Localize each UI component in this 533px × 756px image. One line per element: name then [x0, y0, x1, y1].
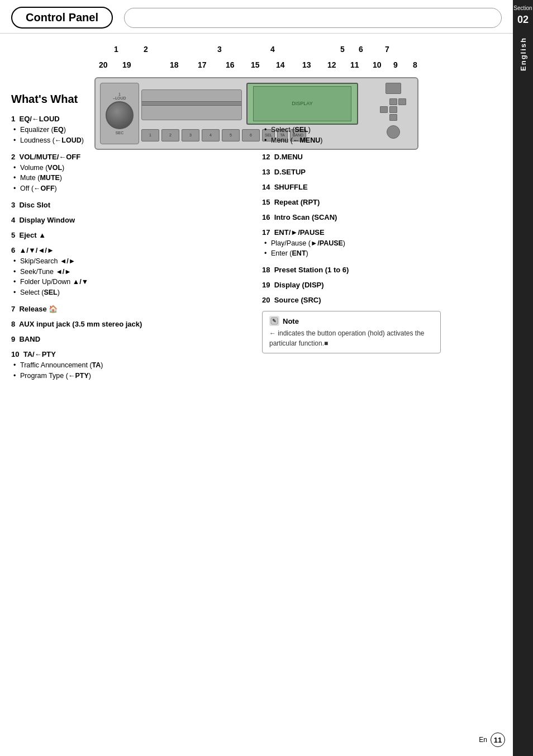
item-5-header: 5 Eject ▲	[11, 231, 245, 239]
item-16: 16 Intro Scan (SCAN)	[262, 213, 502, 221]
note-icon: ✎	[269, 316, 279, 326]
nav-up	[389, 98, 397, 105]
item-17-sub-1: Play/Pause (►/PAUSE)	[271, 238, 502, 249]
left-column: 1 EQ/←LOUD Equalizer (EQ) Loudness (←LOU…	[11, 115, 256, 388]
item-16-header: 16 Intro Scan (SCAN)	[262, 213, 502, 221]
item-1-sub-1: Equalizer (EQ)	[20, 125, 245, 135]
diag-num-17: 17	[198, 60, 207, 69]
item-2-sub-3: Off (←OFF)	[20, 183, 245, 194]
nav-center	[380, 106, 388, 113]
item-7-header: 7 Release 🏠	[11, 305, 245, 313]
item-6-sub-4: Select (SEL)	[20, 287, 245, 298]
section-label: Section	[513, 0, 532, 12]
diag-num-1: 1	[114, 45, 118, 54]
diag-num-14: 14	[276, 60, 285, 69]
diagram-area: 1 2 3 4 5 6 7 1–LOUD SEC	[0, 34, 513, 82]
footer: En 11	[479, 733, 505, 747]
header: Control Panel	[0, 0, 513, 34]
item-7: 7 Release 🏠	[11, 305, 245, 313]
item-2: 2 VOL/MUTE/←OFF Volume (VOL) Mute (MUTE)…	[11, 153, 245, 194]
right-sidebar: Section 02 English	[513, 0, 533, 756]
item-5: 5 Eject ▲	[11, 231, 245, 239]
diag-num-6: 6	[359, 45, 363, 54]
item-17-subs: Play/Pause (►/PAUSE) Enter (ENT)	[262, 238, 502, 259]
diag-num-8: 8	[413, 60, 417, 69]
item-10: 10 TA/←PTY Traffic Announcement (TA) Pro…	[11, 350, 245, 381]
item-10-header: 10 TA/←PTY	[11, 350, 245, 358]
nav-left	[398, 98, 406, 105]
page-title: Control Panel	[11, 7, 113, 29]
eject-button	[386, 83, 401, 94]
item-17-sub-2: Enter (ENT)	[271, 248, 502, 259]
item-13-header: 13 D.SETUP	[262, 168, 502, 176]
item-2-sub-2: Mute (MUTE)	[20, 173, 245, 183]
language-label: English	[519, 37, 527, 71]
item-11-sub-2: Menu (←MENU)	[271, 135, 502, 146]
item-19: 19 Display (DISP)	[262, 281, 502, 289]
nav-right	[389, 106, 397, 113]
item-15: 15 Repeat (RPT)	[262, 198, 502, 206]
item-15-header: 15 Repeat (RPT)	[262, 198, 502, 206]
item-1-subs: Equalizer (EQ) Loudness (←LOUD)	[11, 125, 245, 146]
item-18-header: 18 Preset Station (1 to 6)	[262, 266, 502, 274]
footer-page-number: 11	[491, 733, 505, 747]
diag-num-7: 7	[385, 45, 389, 54]
display-window: DISPLAY	[246, 83, 358, 125]
note-box: ✎ Note ← indicates the button operation …	[262, 311, 441, 353]
item-18: 18 Preset Station (1 to 6)	[262, 266, 502, 274]
item-6-sub-2: Seek/Tune ◄/►	[20, 267, 245, 277]
item-1-sub-2: Loudness (←LOUD)	[20, 135, 245, 146]
section-number: 02	[517, 12, 529, 26]
item-10-sub-2: Program Type (←PTY)	[20, 371, 245, 381]
diag-num-5: 5	[340, 45, 345, 54]
diag-num-11: 11	[350, 60, 359, 69]
item-4: 4 Display Window	[11, 216, 245, 224]
diag-num-3: 3	[217, 45, 222, 54]
diag-num-13: 13	[302, 60, 311, 69]
diag-num-10: 10	[373, 60, 382, 69]
header-right-decoration	[124, 8, 502, 28]
diag-num-16: 16	[226, 60, 235, 69]
item-6-subs: Skip/Search ◄/► Seek/Tune ◄/► Folder Up/…	[11, 256, 245, 298]
item-11-sub-1: Select (SEL)	[271, 125, 502, 135]
item-9-header: 9 BAND	[11, 335, 245, 343]
item-3-header: 3 Disc Slot	[11, 201, 245, 209]
item-4-header: 4 Display Window	[11, 216, 245, 224]
bottom-number-labels: 20 19 18 17 16 15 14 13 12 11 10 9 8	[83, 60, 430, 76]
item-2-subs: Volume (VOL) Mute (MUTE) Off (←OFF)	[11, 163, 245, 194]
item-13: 13 D.SETUP	[262, 168, 502, 176]
diag-num-18: 18	[170, 60, 179, 69]
note-header: ✎ Note	[269, 316, 434, 326]
diag-num-20: 20	[99, 60, 108, 69]
item-10-subs: Traffic Announcement (TA) Program Type (…	[11, 360, 245, 381]
item-8: 8 AUX input jack (3.5 mm stereo jack)	[11, 320, 245, 328]
item-2-sub-1: Volume (VOL)	[20, 163, 245, 173]
item-20: 20 Source (SRC)	[262, 296, 502, 304]
item-14-header: 14 SHUFFLE	[262, 183, 502, 191]
item-17: 17 ENT/►/PAUSE Play/Pause (►/PAUSE) Ente…	[262, 228, 502, 259]
item-6-sub-1: Skip/Search ◄/►	[20, 256, 245, 267]
two-column-layout: 1 EQ/←LOUD Equalizer (EQ) Loudness (←LOU…	[11, 115, 502, 388]
svg-text:✎: ✎	[272, 318, 277, 324]
right-column: 11 SEL/←MENU Select (SEL) Menu (←MENU) 1…	[256, 115, 502, 388]
diag-num-9: 9	[393, 60, 398, 69]
item-10-sub-1: Traffic Announcement (TA)	[20, 360, 245, 371]
item-6-header: 6 ▲/▼/◄/►	[11, 246, 245, 254]
main-content: Control Panel 1 2 3 4 5 6 7	[0, 0, 513, 399]
item-20-header: 20 Source (SRC)	[262, 296, 502, 304]
disc-slot	[141, 89, 242, 120]
diag-num-4: 4	[270, 45, 275, 54]
top-number-labels: 1 2 3 4 5 6 7	[83, 45, 430, 60]
diag-num-15: 15	[251, 60, 260, 69]
footer-en-label: En	[479, 736, 487, 744]
nav-buttons	[380, 98, 407, 121]
diag-num-2: 2	[144, 45, 148, 54]
item-17-header: 17 ENT/►/PAUSE	[262, 228, 502, 237]
item-8-header: 8 AUX input jack (3.5 mm stereo jack)	[11, 320, 245, 328]
diag-num-12: 12	[327, 60, 336, 69]
nav-down	[389, 114, 397, 121]
item-19-header: 19 Display (DISP)	[262, 281, 502, 289]
item-9: 9 BAND	[11, 335, 245, 343]
item-11-subs: Select (SEL) Menu (←MENU)	[262, 125, 502, 146]
item-6: 6 ▲/▼/◄/► Skip/Search ◄/► Seek/Tune ◄/► …	[11, 246, 245, 298]
